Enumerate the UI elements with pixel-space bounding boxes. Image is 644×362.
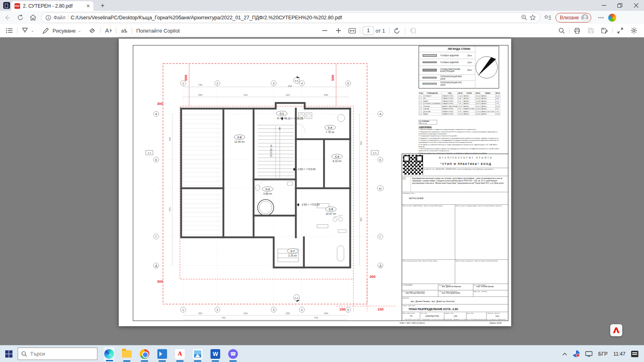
restore-button[interactable]: [612, 0, 628, 11]
svg-text:430: 430: [324, 312, 328, 315]
settings-gear-icon[interactable]: [629, 25, 639, 36]
stamp-area: Място за печат на ДНСК/Община : Space fo…: [402, 205, 508, 284]
draw-label[interactable]: Рисуване: [51, 28, 77, 34]
browser-tab[interactable]: 2. СУТЕРЕН - 2.80.pdf ✕: [11, 1, 93, 11]
separator: [389, 27, 390, 34]
search-icon[interactable]: [556, 25, 567, 36]
highlighter-chevron-icon[interactable]: ⌄: [30, 29, 35, 33]
close-button[interactable]: [628, 0, 644, 11]
security-tray-icon[interactable]: [573, 350, 580, 357]
project-description-row: обект / object : Еднофамилна жилищна сгр…: [402, 176, 508, 192]
separator: [612, 27, 613, 34]
svg-text:-2.80 = +723.60: -2.80 = +723.60: [301, 203, 320, 206]
start-button[interactable]: [0, 346, 18, 362]
taskbar-explorer-icon[interactable]: [121, 346, 133, 362]
taskbar-viber-icon[interactable]: ☎: [227, 346, 239, 362]
more-menu-icon[interactable]: [595, 12, 607, 23]
info-icon[interactable]: [45, 15, 51, 21]
save-as-icon[interactable]: [599, 25, 610, 36]
pdf-toolbar: ⌄ Рисуване ⌄ A аѣ Попитайте Copilot от 1: [0, 24, 644, 37]
zoom-out-icon[interactable]: [521, 14, 527, 21]
language-indicator[interactable]: БГР: [598, 351, 607, 357]
tab-close-icon[interactable]: ✕: [86, 3, 90, 9]
address-bar: Файл C:/Users/VeselinaPC/Desktop/Къща_Го…: [0, 11, 644, 24]
taskbar-photos-icon[interactable]: [192, 346, 204, 362]
svg-text:С-5: С-5: [329, 208, 333, 211]
approvals-label: СЪГЛАСУВАЛИ:: [403, 284, 438, 286]
svg-text:5: 5: [347, 82, 349, 85]
area-total: ∑ СУТЕРЕН: 105.21 м²: [419, 120, 437, 125]
network-icon[interactable]: [585, 351, 592, 357]
taskbar-edge-icon[interactable]: [103, 346, 115, 362]
svg-text:255: 255: [198, 94, 202, 96]
new-tab-button[interactable]: +: [98, 2, 107, 10]
tray-chevron-icon[interactable]: [562, 352, 567, 356]
pdf-page[interactable]: 500 500 300 300 300 150 150: [119, 39, 511, 326]
legend-title: ЛЕГЕНДА СТЕНИ:: [443, 47, 475, 51]
taskbar-search[interactable]: [18, 348, 97, 360]
svg-text:5: 5: [347, 309, 349, 311]
stamp-supervision: Място за печат на надзорна фирма : Space…: [455, 205, 508, 260]
taskbar-acrobat-icon[interactable]: A: [174, 346, 186, 362]
workspaces-icon[interactable]: [3, 2, 10, 9]
svg-text:300: 300: [369, 275, 376, 279]
adobe-acrobat-extension-button[interactable]: [610, 324, 622, 336]
search-icon: [21, 351, 27, 357]
area-total-value: 105.21 м²: [419, 122, 427, 124]
note-line: 3. Следващите парапети да се изпълнят по…: [419, 135, 502, 137]
notes-title: ЗАБЕЛЕЖКИ:: [419, 126, 502, 128]
svg-text:730: 730: [198, 84, 202, 86]
notification-center-icon[interactable]: [631, 351, 638, 357]
stamp-further: Място за допълнителни печати : Space for…: [402, 260, 455, 284]
taskbar-word-icon[interactable]: W: [209, 346, 221, 362]
page-number-input[interactable]: [363, 26, 374, 35]
structural-engineer: инж. Ралица Кирилова: [406, 292, 438, 294]
svg-text:Г: Г: [380, 235, 381, 238]
svg-text:А-А: А-А: [295, 297, 299, 299]
stair-note: 16.5/28 см: [270, 144, 272, 157]
taskbar-search-input[interactable]: [30, 351, 87, 357]
favorite-star-icon[interactable]: [530, 14, 536, 21]
avatar: [581, 14, 588, 21]
zoom-out-button[interactable]: [320, 25, 330, 36]
separator: [116, 27, 116, 34]
url-scheme-label: Файл: [54, 15, 66, 21]
draw-chevron-icon[interactable]: ⌄: [77, 29, 82, 33]
rotate-icon[interactable]: [392, 25, 402, 36]
geodesy-label: Верт. план. : Geodesy :: [474, 291, 508, 292]
url-text: C:/Users/VeselinaPC/Desktop/Къща_Горна%2…: [71, 15, 519, 21]
author-row: изработил : арх. Деяна Ганева , арх. Дим…: [402, 297, 508, 304]
qr-code: [403, 155, 423, 175]
favorites-bar-icon[interactable]: [542, 12, 553, 23]
taskbar-chrome-icon[interactable]: [138, 346, 151, 362]
brick-25-swatch: [423, 54, 437, 57]
print-icon[interactable]: [572, 25, 582, 36]
back-icon[interactable]: [2, 12, 13, 23]
svg-text:12.90 m²: 12.90 m²: [234, 140, 245, 143]
clock[interactable]: 11:47: [613, 351, 625, 357]
svg-text:С-4: С-4: [328, 126, 332, 129]
copilot-icon[interactable]: [608, 14, 616, 22]
fit-width-icon[interactable]: [347, 25, 357, 36]
highlighter-icon[interactable]: [20, 25, 30, 36]
signin-button[interactable]: Влизане: [555, 13, 591, 23]
eraser-icon[interactable]: [87, 25, 98, 36]
ask-copilot-button[interactable]: Попитайте Copilot: [134, 28, 181, 34]
zoom-in-button[interactable]: [333, 25, 344, 36]
taskbar-blue-app-icon[interactable]: [156, 346, 168, 362]
electrical-engineer: инж. Даниела Иванова: [442, 286, 473, 288]
translate-icon[interactable]: аѣ: [119, 25, 129, 36]
north-arrow: [475, 56, 499, 79]
minimize-button[interactable]: [596, 0, 612, 11]
read-aloud-icon[interactable]: A: [103, 25, 114, 36]
legend-row: ТОПЛОИЗОЛАЦИЯ XPS 10СМ: [419, 80, 475, 86]
axis-lines: [156, 85, 380, 311]
toc-icon[interactable]: [4, 25, 14, 36]
water-engineer: инж. Албена Канева: [477, 286, 508, 288]
home-icon[interactable]: [27, 12, 39, 23]
url-field[interactable]: Файл C:/Users/VeselinaPC/Desktop/Къща_Го…: [41, 12, 540, 23]
draw-pen-icon[interactable]: [41, 25, 51, 36]
refresh-icon[interactable]: [14, 12, 26, 23]
fullscreen-icon[interactable]: [615, 25, 625, 36]
stamp-designer: Място за печат на проектанта : Space for…: [455, 260, 508, 284]
